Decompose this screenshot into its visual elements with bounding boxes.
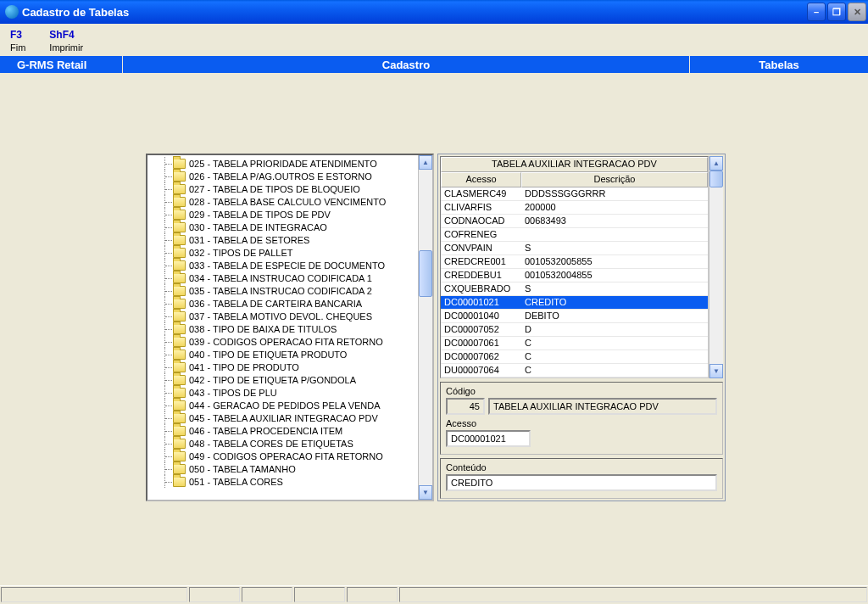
tree-item[interactable]: 025 - TABELA PRIORIDADE ATENDIMENTO bbox=[147, 157, 418, 170]
tree-item[interactable]: 044 - GERACAO DE PEDIDOS PELA VENDA bbox=[147, 399, 418, 411]
tree-item[interactable]: 045 - TABELA AUXILIAR INTEGRACAO PDV bbox=[147, 411, 418, 424]
cell-descricao: C bbox=[521, 364, 708, 377]
folder-icon bbox=[173, 464, 186, 474]
toolbtn-imprimir[interactable]: ShF4 Imprimir bbox=[49, 29, 83, 53]
scroll-track[interactable] bbox=[709, 171, 723, 364]
scroll-up-icon[interactable]: ▲ bbox=[709, 156, 723, 171]
toolbar: F3 Fim ShF4 Imprimir bbox=[0, 24, 868, 56]
tree-label: 044 - GERACAO DE PEDIDOS PELA VENDA bbox=[189, 400, 381, 411]
cell-descricao: DEBITO bbox=[521, 310, 708, 322]
tree-item[interactable]: 028 - TABELA BASE CALCULO VENCIMENTO bbox=[147, 195, 418, 208]
folder-icon bbox=[173, 426, 186, 436]
tree-item[interactable]: 039 - CODIGOS OPERACAO FITA RETORNO bbox=[147, 335, 418, 348]
scroll-up-icon[interactable]: ▲ bbox=[419, 155, 432, 170]
tree-item[interactable]: 031 - TABELA DE SETORES bbox=[147, 233, 418, 246]
tree-item[interactable]: 027 - TABELA DE TIPOS DE BLOQUEIO bbox=[147, 182, 418, 195]
cell-descricao: D bbox=[521, 323, 708, 336]
scroll-down-icon[interactable]: ▼ bbox=[419, 485, 432, 500]
folder-icon bbox=[173, 311, 186, 322]
table-row[interactable]: DC00001040DEBITO bbox=[441, 310, 708, 323]
tree-label: 046 - TABELA PROCEDENCIA ITEM bbox=[189, 426, 342, 436]
window-buttons: – ❐ ✕ bbox=[807, 3, 866, 21]
tree-item[interactable]: 029 - TABELA DE TIPOS DE PDV bbox=[147, 208, 418, 221]
cell-acesso: DU00007064 bbox=[441, 364, 521, 377]
folder-icon bbox=[173, 159, 186, 169]
folder-icon bbox=[173, 388, 186, 398]
tree-item[interactable]: 026 - TABELA P/AG.OUTROS E ESTORNO bbox=[147, 170, 418, 182]
folder-icon bbox=[173, 286, 186, 296]
detail-panel: TABELA AUXILIAR INTEGRACAO PDV Acesso De… bbox=[437, 154, 726, 501]
tree-item[interactable]: 043 - TIPOS DE PLU bbox=[147, 386, 418, 399]
cell-descricao: S bbox=[521, 242, 708, 254]
close-button[interactable]: ✕ bbox=[848, 3, 866, 21]
tree-scrollbar[interactable]: ▲ ▼ bbox=[418, 155, 432, 500]
col-descricao[interactable]: Descrição bbox=[521, 172, 708, 187]
folder-icon bbox=[173, 324, 186, 334]
tree-item[interactable]: 037 - TABELA MOTIVO DEVOL. CHEQUES bbox=[147, 310, 418, 322]
tree-item[interactable]: 051 - TABELA CORES bbox=[147, 475, 418, 488]
grid-title-row: TABELA AUXILIAR INTEGRACAO PDV bbox=[441, 157, 708, 172]
tree-item[interactable]: 049 - CODIGOS OPERACAO FITA RETORNO bbox=[147, 450, 418, 462]
cell-descricao bbox=[521, 228, 708, 241]
tree-item[interactable]: 038 - TIPO DE BAIXA DE TITULOS bbox=[147, 322, 418, 335]
grid-header: Acesso Descrição bbox=[441, 172, 708, 187]
grid-scrollbar[interactable]: ▲ ▼ bbox=[709, 156, 723, 378]
tree-item[interactable]: 042 - TIPO DE ETIQUETA P/GONDOLA bbox=[147, 373, 418, 386]
table-row[interactable]: CREDDEBU10010532004855 bbox=[441, 269, 708, 282]
conteudo-field[interactable] bbox=[446, 474, 717, 491]
workspace: 025 - TABELA PRIORIDADE ATENDIMENTO026 -… bbox=[0, 73, 868, 501]
table-row[interactable]: CLASMERC49DDDSSSGGGRRR bbox=[441, 187, 708, 201]
tree-item[interactable]: 048 - TABELA CORES DE ETIQUETAS bbox=[147, 437, 418, 450]
breadcrumb-module: Cadastro bbox=[123, 56, 690, 73]
scroll-track[interactable] bbox=[419, 170, 432, 485]
tree-item[interactable]: 046 - TABELA PROCEDENCIA ITEM bbox=[147, 424, 418, 437]
table-row[interactable]: DC00001021CREDITO bbox=[441, 296, 708, 310]
minimize-button[interactable]: – bbox=[807, 3, 826, 21]
folder-icon bbox=[173, 350, 186, 360]
tree-label: 051 - TABELA CORES bbox=[189, 477, 283, 487]
tree-label: 037 - TABELA MOTIVO DEVOL. CHEQUES bbox=[189, 311, 372, 322]
tree[interactable]: 025 - TABELA PRIORIDADE ATENDIMENTO026 -… bbox=[147, 155, 418, 500]
toolbtn-fim[interactable]: F3 Fim bbox=[10, 29, 25, 53]
cell-acesso: DC00007062 bbox=[441, 350, 521, 363]
tree-item[interactable]: 030 - TABELA DE INTEGRACAO bbox=[147, 221, 418, 233]
acesso-field[interactable] bbox=[446, 430, 531, 447]
acesso-label: Acesso bbox=[446, 418, 717, 428]
tree-label: 043 - TIPOS DE PLU bbox=[189, 388, 277, 398]
tree-item[interactable]: 032 - TIPOS DE PALLET bbox=[147, 246, 418, 259]
tree-item[interactable]: 040 - TIPO DE ETIQUETA PRODUTO bbox=[147, 348, 418, 361]
tree-item[interactable]: 036 - TABELA DE CARTEIRA BANCARIA bbox=[147, 297, 418, 310]
tree-item[interactable]: 035 - TABELA INSTRUCAO CODIFICADA 2 bbox=[147, 284, 418, 297]
form-codigo-section: Código Acesso bbox=[440, 382, 723, 455]
table-row[interactable]: DU00007064C bbox=[441, 364, 708, 378]
table-row[interactable]: CLIVARFIS200000 bbox=[441, 201, 708, 215]
folder-icon bbox=[173, 210, 186, 220]
table-row[interactable]: DC00007062C bbox=[441, 350, 708, 364]
maximize-button[interactable]: ❐ bbox=[827, 3, 846, 21]
folder-icon bbox=[173, 439, 186, 449]
scroll-thumb[interactable] bbox=[709, 171, 723, 187]
tree-item[interactable]: 050 - TABELA TAMANHO bbox=[147, 462, 418, 475]
tree-item[interactable]: 034 - TABELA INSTRUCAO CODIFICADA 1 bbox=[147, 271, 418, 284]
table-row[interactable]: COFRENEG bbox=[441, 228, 708, 242]
folder-icon bbox=[173, 299, 186, 309]
cell-acesso: DC00001040 bbox=[441, 310, 521, 322]
table-row[interactable]: CXQUEBRADOS bbox=[441, 282, 708, 296]
tree-item[interactable]: 041 - TIPO DE PRODUTO bbox=[147, 361, 418, 373]
status-cell bbox=[1, 587, 187, 602]
col-acesso[interactable]: Acesso bbox=[441, 172, 521, 187]
tree-item[interactable]: 033 - TABELA DE ESPECIE DE DOCUMENTO bbox=[147, 259, 418, 271]
tree-label: 030 - TABELA DE INTEGRACAO bbox=[189, 222, 327, 232]
table-row[interactable]: CREDCRE0010010532005855 bbox=[441, 255, 708, 269]
scroll-down-icon[interactable]: ▼ bbox=[709, 364, 723, 378]
toolbtn-label: Fim bbox=[10, 42, 25, 53]
table-row[interactable]: CONVPAINS bbox=[441, 242, 708, 255]
hotkey-label: ShF4 bbox=[49, 29, 83, 41]
conteudo-label: Conteúdo bbox=[446, 462, 717, 473]
table-row[interactable]: CODNAOCAD00683493 bbox=[441, 215, 708, 228]
folder-icon bbox=[173, 477, 186, 487]
scroll-thumb[interactable] bbox=[419, 250, 432, 297]
table-row[interactable]: DC00007061C bbox=[441, 337, 708, 350]
folder-icon bbox=[173, 260, 186, 271]
table-row[interactable]: DC00007052D bbox=[441, 323, 708, 337]
